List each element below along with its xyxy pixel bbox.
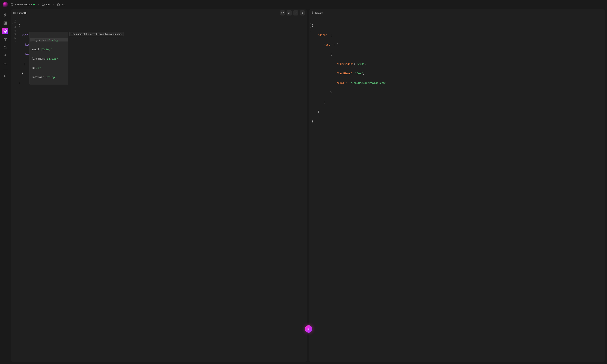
autocomplete-item[interactable]: lastName String! <box>30 75 68 78</box>
svg-point-14 <box>5 40 6 40</box>
rail-models[interactable]: ML <box>2 61 8 67</box>
rail-separator <box>3 70 8 70</box>
svg-point-8 <box>4 30 4 31</box>
graphql-editor[interactable]: { user { firstName lastName } } __typena… <box>18 17 307 362</box>
sidebar-rail: ML <box>0 9 10 364</box>
json-key: "data" <box>318 34 327 37</box>
autocomplete-doc: The name of the current Object type at r… <box>69 32 124 36</box>
line-number: 7 <box>11 40 18 43</box>
autocomplete-item-name: id <box>32 66 35 69</box>
autocomplete-item-type: String! <box>41 48 52 50</box>
breadcrumb-namespace-label: test <box>46 3 50 6</box>
grid-icon <box>3 21 7 25</box>
svg-point-9 <box>6 30 6 31</box>
autocomplete-item[interactable]: email String! <box>30 47 68 51</box>
variables-button[interactable]: $ <box>300 10 305 15</box>
lightning-icon <box>311 12 314 14</box>
line-number: 5 <box>11 32 18 36</box>
rail-explorer[interactable] <box>2 20 8 26</box>
fold-marker[interactable]: ⌄ <box>12 21 13 25</box>
fold-marker[interactable]: ⌄ <box>309 21 312 25</box>
svg-point-1 <box>58 3 60 4</box>
json-value: "Doe" <box>355 72 363 75</box>
rail-api[interactable] <box>2 73 8 79</box>
line-number: 3 <box>11 25 18 29</box>
autocomplete-item-name: lastName <box>32 75 44 78</box>
database-icon <box>57 3 60 6</box>
format-button[interactable] <box>286 10 292 15</box>
json-fold-gutter: ⌄ ⌄ ⌄ ⌄ <box>309 17 312 362</box>
svg-rect-3 <box>6 22 7 23</box>
graph-icon <box>3 38 7 41</box>
chevron-right-icon <box>52 3 55 6</box>
autocomplete-item-name: firstName <box>32 57 46 60</box>
lock-icon <box>3 46 7 49</box>
json-key: "lastName" <box>336 72 352 75</box>
results-json-viewer[interactable]: { "data": { "user": [ { "firstName": "Jo… <box>312 17 605 362</box>
fold-marker[interactable]: ⌄ <box>309 18 312 21</box>
fold-marker[interactable]: ⌄ <box>309 25 312 29</box>
breadcrumb-database[interactable]: test <box>57 3 65 6</box>
app-logo[interactable] <box>3 2 8 7</box>
svg-point-7 <box>5 32 6 33</box>
dollar-icon: $ <box>301 11 303 14</box>
chevron-right-icon <box>37 3 40 6</box>
json-key: "firstName" <box>336 62 354 65</box>
svg-rect-15 <box>4 47 6 49</box>
json-key: "user" <box>324 43 333 46</box>
folder-icon <box>42 3 45 6</box>
autocomplete-item-type: String! <box>49 39 59 41</box>
refresh-icon <box>281 12 284 14</box>
results-title: Results <box>315 12 323 14</box>
svg-rect-2 <box>4 22 5 23</box>
wand-icon <box>294 12 297 14</box>
breadcrumb-connection[interactable]: New connection <box>10 3 35 6</box>
graphql-icon <box>13 12 16 14</box>
rail-functions[interactable] <box>2 52 8 59</box>
code-token: } <box>22 72 23 75</box>
refresh-button[interactable] <box>280 10 285 15</box>
autocomplete-item[interactable]: id ID! <box>30 66 68 69</box>
svg-point-6 <box>5 29 6 30</box>
json-key: "email" <box>336 81 347 84</box>
line-number: 6 <box>11 36 18 40</box>
code-token: } <box>18 81 20 84</box>
run-query-fab[interactable] <box>305 325 312 333</box>
lightning-icon <box>3 13 7 17</box>
code-token: user <box>22 34 28 37</box>
graphql-icon <box>3 29 7 33</box>
database-stack-icon <box>10 3 13 6</box>
svg-point-0 <box>11 3 13 4</box>
svg-point-11 <box>6 32 6 32</box>
graphql-editor-panel: GraphQL $ ⌄ ⌄ <box>11 9 307 362</box>
autocomplete-item-name: __typename <box>32 39 47 41</box>
fold-marker[interactable]: ⌄ <box>309 29 312 32</box>
ml-icon: ML <box>4 63 7 65</box>
autocomplete-item-name: email <box>32 48 39 50</box>
rail-designer[interactable] <box>2 36 8 42</box>
svg-point-10 <box>4 32 4 32</box>
results-panel: Results ⌄ ⌄ ⌄ ⌄ { "data": { "user": [ { <box>309 9 605 362</box>
send-icon <box>307 327 310 331</box>
autocomplete-popup: __typename String! email String! firstNa… <box>29 32 124 85</box>
rail-graphql[interactable] <box>2 28 8 34</box>
breadcrumb-bar: New connection test test <box>0 0 607 9</box>
autocomplete-item-type: String! <box>47 57 58 60</box>
autocomplete-item[interactable]: firstName String! <box>30 57 68 60</box>
code-token: { <box>18 24 20 27</box>
autocomplete-item-type: ID! <box>36 66 41 69</box>
rail-query[interactable] <box>2 12 8 18</box>
svg-rect-4 <box>4 23 5 25</box>
autocomplete-list: __typename String! email String! firstNa… <box>29 32 68 85</box>
autocomplete-item[interactable]: __typename String! <box>30 38 68 41</box>
line-number: 4 <box>11 29 18 32</box>
json-value: "Jon" <box>357 62 364 65</box>
json-value: "Jon.Doe@surrealdb.com" <box>350 81 386 84</box>
editor-gutter: ⌄ ⌄ 1 2 3 4 5 6 7 <box>11 17 18 362</box>
rail-auth[interactable] <box>2 44 8 51</box>
breadcrumb-namespace[interactable]: test <box>42 3 50 6</box>
fold-marker[interactable]: ⌄ <box>12 18 13 21</box>
autocomplete-item-type: String! <box>45 75 56 78</box>
magic-button[interactable] <box>293 10 298 15</box>
lines-icon <box>288 12 291 14</box>
